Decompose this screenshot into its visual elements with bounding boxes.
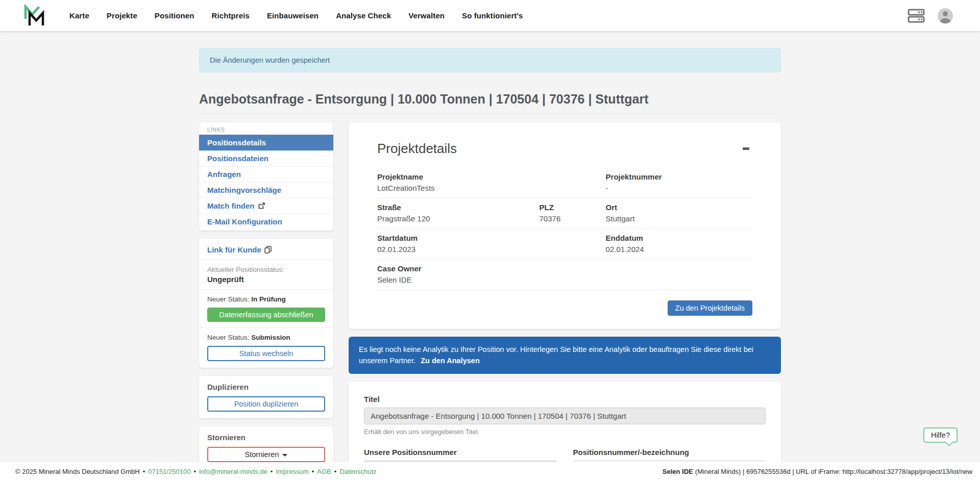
caret-down-icon <box>282 454 287 457</box>
new-status-value-2: Submission <box>251 334 290 341</box>
footer-phone-link[interactable]: 07151/250100 <box>148 468 190 475</box>
sidebar-item-matchingvorschlaege[interactable]: Matchingvorschläge <box>199 182 333 198</box>
project-details-row: Projektname LotCreationTests Projektnumm… <box>377 168 752 198</box>
links-card-header: LINKS <box>199 122 333 135</box>
main-column: Projektdetails Projektname LotCreationTe… <box>349 122 781 481</box>
footer-copyright: © 2025 Mineral Minds Deutschland GmbH <box>15 468 140 475</box>
titel-label: Titel <box>364 395 766 403</box>
go-to-project-details-button[interactable]: Zu den Projektdetails <box>668 300 752 316</box>
collapse-card-button[interactable] <box>740 144 752 153</box>
customer-link[interactable]: Link für Kunde <box>207 245 272 254</box>
project-details-row: Startdatum 02.01.2023 Enddatum 02.01.202… <box>377 229 752 260</box>
duplicate-panel: Duplizieren Position duplizieren <box>199 376 333 418</box>
nav-item-positionen[interactable]: Positionen <box>155 11 194 20</box>
new-status-line-1: Neuer Status: In Prüfung <box>207 295 325 303</box>
sidebar-item-positionsdetails[interactable]: Positionsdetails <box>199 135 333 150</box>
footer-impressum-link[interactable]: Impressum <box>276 468 308 475</box>
footer-agb-link[interactable]: AGB <box>317 468 331 475</box>
cancel-dropdown-button[interactable]: Stornieren <box>207 447 325 462</box>
nav-item-richtpreis[interactable]: Richtpreis <box>212 11 250 20</box>
external-link-icon <box>258 202 265 209</box>
sidebar-item-email-konfiguration[interactable]: E-Mail Konfiguration <box>199 214 333 230</box>
field-ort: Ort Stuttgart <box>606 203 752 223</box>
field-startdatum: Startdatum 02.01.2023 <box>377 234 606 254</box>
titel-input[interactable] <box>364 408 766 424</box>
sidebar-item-match-finden[interactable]: Match finden <box>199 198 333 214</box>
switch-status-button[interactable]: Status wechseln <box>207 346 325 361</box>
brand-logo-icon[interactable] <box>23 4 45 28</box>
position-number-label: Unsere Positionsnummer <box>364 448 557 457</box>
project-details-title: Projektdetails <box>377 141 457 157</box>
minus-icon <box>743 147 749 150</box>
save-success-alert: Die Änderungen wurden gespeichert <box>199 48 781 72</box>
duplicate-position-button[interactable]: Position duplizieren <box>207 396 325 412</box>
project-details-row: Case Owner Selen IDE <box>377 260 752 290</box>
nav-item-so-funktionierts[interactable]: So funktioniert's <box>462 11 523 20</box>
external-number-label: Positionsnummer/-bezeichnung <box>573 448 766 457</box>
nav-item-projekte[interactable]: Projekte <box>107 11 137 20</box>
app-header: Karte Projekte Positionen Richtpreis Ein… <box>0 0 980 31</box>
field-strasse: Straße Pragstraße 120 <box>377 203 540 223</box>
footer-session-details: (Mineral Minds) | 69576255536d | URL of … <box>695 468 972 475</box>
project-details-row: Straße Pragstraße 120 PLZ 70376 Ort Stut… <box>377 198 752 229</box>
current-status-label: Aktueller Positionsstatus: <box>207 266 325 273</box>
sidebar-item-anfragen[interactable]: Anfragen <box>199 166 333 182</box>
field-projektnummer: Projektnummer - <box>606 172 752 192</box>
nav-item-verwalten[interactable]: Verwalten <box>408 11 445 20</box>
divider <box>199 289 333 290</box>
footer-session-info: Selen IDE(Mineral Minds) | 69576255536d … <box>663 468 972 475</box>
field-enddatum: Enddatum 02.01.2024 <box>606 234 752 254</box>
user-avatar-icon[interactable] <box>937 8 953 24</box>
project-details-card: Projektdetails Projektname LotCreationTe… <box>349 122 781 329</box>
divider <box>199 327 333 328</box>
complete-data-entry-button[interactable]: Datenerfassung abschließen <box>207 308 325 322</box>
divider <box>199 260 333 260</box>
help-button[interactable]: Hilfe? <box>923 427 958 443</box>
server-list-icon[interactable] <box>908 9 925 23</box>
copy-icon <box>264 246 272 254</box>
field-projektname: Projektname LotCreationTests <box>377 172 606 192</box>
footer: © 2025 Mineral Minds Deutschland GmbH • … <box>0 462 980 481</box>
footer-user: Selen IDE <box>663 468 693 475</box>
nav-item-analyse-check[interactable]: Analyse Check <box>336 11 391 20</box>
sidebar: LINKS Positionsdetails Positionsdateien … <box>199 122 333 469</box>
nav-item-karte[interactable]: Karte <box>69 11 89 20</box>
footer-email-link[interactable]: info@mineral-minds.de <box>199 468 267 475</box>
field-case-owner: Case Owner Selen IDE <box>377 264 752 284</box>
new-status-line-2: Neuer Status: Submission <box>207 334 325 341</box>
new-status-value-1: In Prüfung <box>251 295 286 303</box>
main-nav: Karte Projekte Positionen Richtpreis Ein… <box>69 11 541 20</box>
nav-item-einbauweisen[interactable]: Einbauweisen <box>267 11 318 20</box>
analytics-info-banner: Es liegt noch keine Analytik zu Ihrer Po… <box>349 337 781 374</box>
alert-message: Die Änderungen wurden gespeichert <box>210 56 330 64</box>
go-to-analyses-link[interactable]: Zu den Analysen <box>421 357 479 365</box>
links-card: LINKS Positionsdetails Positionsdateien … <box>199 122 333 231</box>
duplicate-panel-title: Duplizieren <box>207 383 325 391</box>
footer-datenschutz-link[interactable]: Datenschutz <box>339 468 376 475</box>
page-content: Die Änderungen wurden gespeichert Angebo… <box>0 48 980 481</box>
analytics-banner-text: Es liegt noch keine Analytik zu Ihrer Po… <box>359 345 753 365</box>
page-title: Angebotsanfrage - Entsorgung | 10.000 To… <box>199 92 781 114</box>
titel-hint: Erhält den von uns vorgegebenen Titel. <box>364 428 766 436</box>
field-plz: PLZ 70376 <box>540 203 606 223</box>
status-panel: Link für Kunde Aktueller Positionsstatus… <box>199 239 333 368</box>
current-status-value: Ungeprüft <box>207 275 325 284</box>
cancel-panel-title: Stornieren <box>207 433 325 442</box>
sidebar-item-positionsdateien[interactable]: Positionsdateien <box>199 150 333 166</box>
